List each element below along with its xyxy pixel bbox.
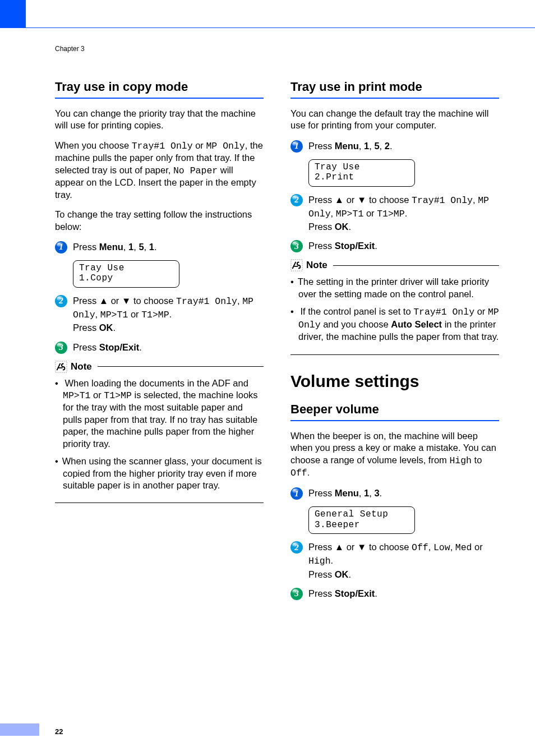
step-3: 3 Press Stop/Exit. xyxy=(290,239,499,252)
text: , xyxy=(123,242,128,252)
section-heading-beeper: Beeper volume xyxy=(290,402,499,417)
lcd-text: Med xyxy=(455,542,472,553)
chapter-label: Chapter 3 xyxy=(55,45,504,53)
note-rule xyxy=(98,366,264,367)
text: or xyxy=(128,309,141,319)
note-block: Note When loading the documents in the A… xyxy=(55,361,264,504)
lcd-text: MP Only xyxy=(206,141,245,151)
text: or xyxy=(344,195,357,205)
text: or xyxy=(472,542,483,552)
text: , xyxy=(369,488,374,498)
key-name: Menu xyxy=(335,141,359,151)
text: , xyxy=(331,208,336,218)
step-3: 3 Press Stop/Exit. xyxy=(55,341,264,354)
text: , xyxy=(369,141,374,151)
step-badge-1: 1 xyxy=(290,140,303,153)
lcd-text: Low xyxy=(433,542,450,553)
left-column: Tray use in copy mode You can change the… xyxy=(55,80,264,607)
key-name: OK xyxy=(99,322,113,333)
text: . xyxy=(405,208,408,218)
step-badge-1: 1 xyxy=(55,241,67,253)
key-name: 1 xyxy=(364,488,369,498)
key-name: 5 xyxy=(374,141,379,151)
text: . xyxy=(375,241,377,251)
lcd-display: Tray Use 1.Copy xyxy=(73,260,179,288)
step-badge-2: 2 xyxy=(290,541,303,554)
text: , xyxy=(380,141,385,151)
text: , xyxy=(428,542,433,552)
text: Press xyxy=(308,569,335,579)
up-arrow-icon: ▲ xyxy=(99,296,108,306)
text: , xyxy=(95,309,100,319)
note-item: When using the scanner glass, your docum… xyxy=(63,455,264,491)
text: Press xyxy=(73,296,99,306)
text: , xyxy=(144,242,149,252)
header-rule xyxy=(26,27,535,28)
text: . xyxy=(154,242,157,252)
paragraph: When you choose Tray#1 Only or MP Only, … xyxy=(55,140,264,201)
lcd-text: MP>T1 xyxy=(336,209,364,219)
step-badge-1: 1 xyxy=(290,487,303,500)
note-icon xyxy=(55,361,67,373)
heading-rule xyxy=(290,420,499,421)
text: , xyxy=(237,296,242,306)
text: Press xyxy=(73,242,99,252)
text: . xyxy=(349,222,352,232)
lcd-display: Tray Use 2.Print xyxy=(308,159,415,187)
text: Press xyxy=(308,542,335,552)
text: , xyxy=(450,542,455,552)
lcd-text: Tray#1 Only xyxy=(412,195,473,206)
up-arrow-icon: ▲ xyxy=(335,195,344,205)
text: . xyxy=(113,322,116,333)
note-item: If the control panel is set to Tray#1 On… xyxy=(298,306,499,343)
lcd-text: No Paper xyxy=(173,165,218,176)
text: . xyxy=(349,569,352,579)
step-3: 3 Press Stop/Exit. xyxy=(290,587,499,600)
step-1: 1 Press Menu, 1, 5, 2. xyxy=(290,140,499,153)
page-number-strip xyxy=(0,723,39,736)
section-heading-print: Tray use in print mode xyxy=(290,80,499,94)
key-name: 1 xyxy=(149,242,154,252)
lcd-text: Off xyxy=(290,468,307,478)
svg-rect-0 xyxy=(56,361,67,372)
text: . xyxy=(331,555,334,565)
section-heading-volume: Volume settings xyxy=(290,372,499,391)
text: or xyxy=(91,390,104,400)
text: . xyxy=(390,141,393,151)
note-label: Note xyxy=(71,361,92,372)
right-column: Tray use in print mode You can change th… xyxy=(290,80,499,607)
text: When loading the documents in the ADF an… xyxy=(64,378,248,388)
step-1: 1 Press Menu, 1, 5, 1. xyxy=(55,241,264,253)
heading-rule xyxy=(55,98,264,99)
lcd-line: 2.Print xyxy=(315,172,409,182)
text: to xyxy=(472,455,482,465)
text: . xyxy=(139,342,142,352)
text: . xyxy=(375,588,377,598)
paragraph: You can change the priority tray that th… xyxy=(55,108,264,132)
key-name: Stop/Exit xyxy=(335,588,375,598)
header-blue-block xyxy=(0,0,26,28)
lcd-text: High xyxy=(308,556,331,566)
key-name: 5 xyxy=(139,242,144,252)
text: Press xyxy=(308,141,335,151)
key-name: OK xyxy=(335,569,349,579)
note-label: Note xyxy=(306,260,328,271)
text: or xyxy=(193,140,206,150)
text: . xyxy=(380,488,382,498)
step-badge-3: 3 xyxy=(290,588,303,600)
key-name: 1 xyxy=(128,242,133,252)
text: Press xyxy=(73,342,99,352)
step-badge-3: 3 xyxy=(55,342,67,354)
up-arrow-icon: ▲ xyxy=(335,542,344,552)
lcd-line: General Setup xyxy=(315,509,409,519)
key-name: Auto Select xyxy=(391,319,442,329)
lcd-text: Tray#1 Only xyxy=(176,296,237,307)
text: Press xyxy=(308,241,335,251)
key-name: 2 xyxy=(385,141,390,151)
lcd-text: MP>T1 xyxy=(100,310,128,320)
lcd-text: Off xyxy=(412,542,428,553)
lcd-text: T1>MP xyxy=(377,209,405,219)
lcd-text: Tray#1 Only xyxy=(413,307,474,317)
lcd-text: T1>MP xyxy=(141,310,169,320)
lcd-text: High xyxy=(449,455,472,466)
